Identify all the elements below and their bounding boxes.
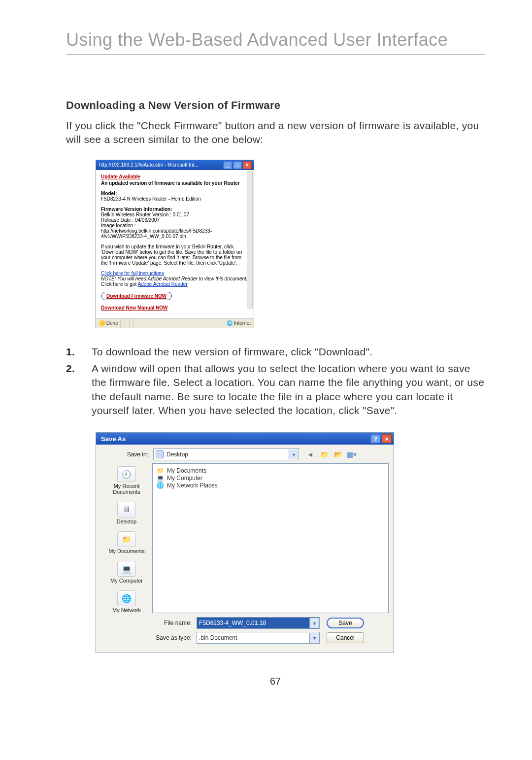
mydocs-icon: 📁: [117, 531, 136, 547]
scrollbar[interactable]: [247, 171, 253, 309]
firmware-version-info-label: Firmware Version Information:: [101, 207, 172, 212]
close-button[interactable]: ×: [243, 161, 252, 169]
place-mycomp[interactable]: 💻My Computer: [110, 561, 143, 584]
page-title: Using the Web-Based Advanced User Interf…: [66, 30, 485, 50]
save-as-dialog: Save As ? × Save in: Desktop ▾ ◄ 📁 📂 ▥▾: [96, 432, 394, 653]
back-icon[interactable]: ◄: [306, 450, 315, 459]
list-item[interactable]: 📁My Documents: [157, 467, 384, 474]
firmware-version: Belkin Wireless Router Version : 0.01.07: [101, 212, 189, 217]
new-folder-icon[interactable]: 📂: [333, 450, 342, 459]
full-instructions-link[interactable]: Click here for full instructions: [101, 271, 164, 276]
desktop-icon: [156, 450, 164, 458]
place-recent[interactable]: 🕘My Recent Documents: [101, 466, 152, 495]
list-item[interactable]: 💻My Computer: [157, 475, 384, 482]
steps-list: 1.To download the new version of firmwar…: [66, 345, 485, 418]
savein-combo[interactable]: Desktop ▾: [153, 449, 299, 460]
firmware-popup-window: http://192.168.2.1/fwAuto.stm - Microsof…: [96, 160, 254, 328]
chevron-down-icon[interactable]: ▾: [309, 618, 319, 628]
place-mydocs[interactable]: 📁My Documents: [108, 531, 144, 554]
chevron-down-icon[interactable]: ▾: [309, 633, 319, 643]
views-icon[interactable]: ▥▾: [347, 450, 356, 459]
status-zone: 🌐 Internet: [227, 320, 251, 326]
adobe-reader-link[interactable]: Adobe Acrobat Reader: [137, 281, 187, 287]
maximize-button[interactable]: □: [233, 161, 242, 169]
page-number: 67: [66, 676, 485, 687]
place-mynet[interactable]: 🌐My Network: [112, 590, 141, 613]
update-available-text: An updated version of firmware is availa…: [101, 180, 240, 186]
status-bar: 🟡 Done 🌐 Internet: [96, 318, 254, 328]
folder-icon: 📁: [157, 467, 164, 474]
savetype-combo[interactable]: .bin Document ▾: [197, 632, 320, 644]
mycomp-icon: 💻: [117, 561, 136, 577]
chevron-down-icon[interactable]: ▾: [289, 449, 298, 459]
model-value: F5D8233-4 N Wireless Router - Home Editi…: [101, 196, 201, 202]
instructions-text: If you wish to update the firmware in yo…: [101, 244, 249, 266]
mynet-icon: 🌐: [117, 590, 136, 606]
image-location-url: http://networking.belkin.com/update/file…: [101, 228, 212, 239]
desktop-place-icon: 🖥: [117, 502, 136, 518]
divider: [66, 54, 485, 55]
saveas-titlebar: Save As ? ×: [96, 433, 394, 445]
model-label: Model:: [101, 191, 117, 196]
step-2: 2.A window will open that allows you to …: [66, 362, 485, 417]
filename-label: File name:: [152, 620, 197, 626]
places-bar: 🕘My Recent Documents 🖥Desktop 📁My Docume…: [101, 463, 152, 647]
save-button[interactable]: Save: [327, 618, 364, 628]
place-desktop[interactable]: 🖥Desktop: [117, 502, 136, 524]
minimize-button[interactable]: _: [223, 161, 232, 169]
computer-icon: 💻: [157, 475, 164, 482]
savein-value: Desktop: [166, 451, 188, 458]
cancel-button[interactable]: Cancel: [327, 632, 364, 643]
note-link-prefix: Click here to get: [101, 281, 137, 287]
saveas-title-text: Save As: [101, 435, 126, 443]
image-location-label: Image location :: [101, 223, 136, 228]
filename-value: F5D8233-4_WW_0.01.18: [199, 620, 266, 626]
window-title-text: http://192.168.2.1/fwAuto.stm - Microsof…: [99, 162, 222, 168]
savetype-value: .bin Document: [199, 634, 237, 641]
network-icon: 🌐: [157, 482, 164, 489]
download-manual-link[interactable]: Download New Manual NOW: [101, 305, 168, 311]
recent-icon: 🕘: [117, 466, 136, 482]
window-titlebar: http://192.168.2.1/fwAuto.stm - Microsof…: [96, 160, 254, 170]
help-button[interactable]: ?: [370, 434, 380, 443]
section-heading: Downloading a New Version of Firmware: [66, 99, 485, 112]
filename-input[interactable]: F5D8233-4_WW_0.01.18 ▾: [197, 617, 320, 629]
list-item[interactable]: 🌐My Network Places: [157, 482, 384, 489]
file-listing[interactable]: 📁My Documents 💻My Computer 🌐My Network P…: [152, 463, 389, 613]
step-1: 1.To download the new version of firmwar…: [66, 345, 485, 359]
release-date: Release Date : 04/06/2007: [101, 217, 160, 223]
status-done: 🟡 Done: [99, 320, 118, 326]
saveas-close-button[interactable]: ×: [382, 434, 392, 443]
savetype-label: Save as type:: [152, 634, 197, 641]
savein-label: Save in:: [101, 451, 153, 458]
note-text: NOTE: You will need Adobe Acrobat Reader…: [101, 276, 248, 281]
download-firmware-button[interactable]: Download Firmware NOW: [101, 292, 172, 300]
intro-paragraph: If you click the "Check Firmware" button…: [66, 119, 485, 147]
toolbar-icons: ◄ 📁 📂 ▥▾: [306, 450, 356, 459]
up-icon[interactable]: 📁: [320, 450, 329, 459]
update-available-heading: Update Available: [101, 174, 140, 179]
